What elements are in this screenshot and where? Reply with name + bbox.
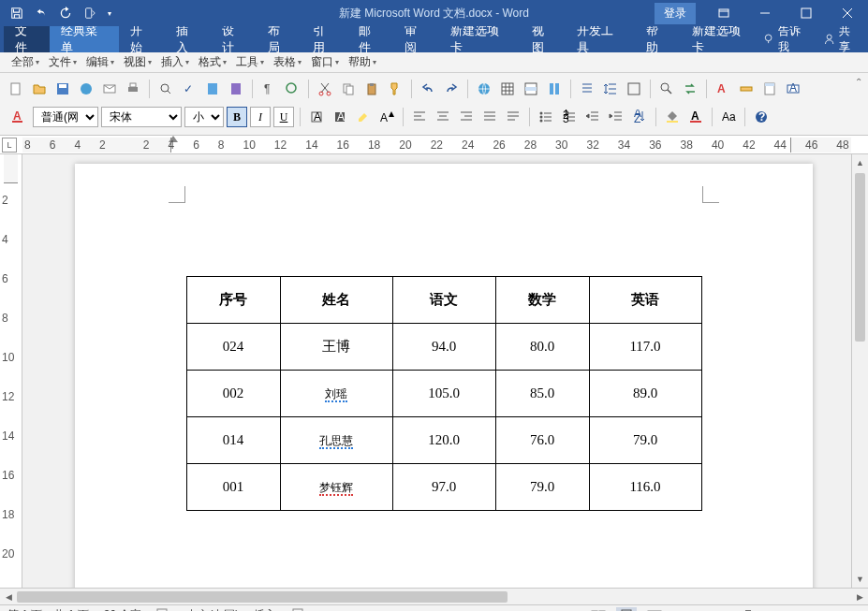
tab-selector[interactable]: L [2, 138, 17, 153]
scroll-thumb[interactable] [855, 173, 865, 342]
page[interactable]: 序号 姓名 语文 数学 英语 024王博94.080.0117.0 002刘瑶1… [75, 164, 813, 588]
underline-button[interactable]: U [273, 107, 294, 127]
numbering-button[interactable]: 123 [559, 107, 580, 127]
word-count[interactable]: 36 个字 [104, 607, 142, 611]
replace-button[interactable] [680, 79, 700, 99]
grow-font-button[interactable]: A▴ [376, 107, 397, 127]
menu-table[interactable]: 表格▾ [270, 54, 305, 70]
align-center-button[interactable] [433, 107, 453, 127]
redo-button[interactable] [54, 2, 77, 24]
tab-view[interactable]: 视图 [521, 26, 566, 52]
tab-file[interactable]: 文件 [4, 26, 50, 52]
menu-view[interactable]: 视图▾ [120, 54, 155, 70]
mail-button[interactable] [99, 79, 120, 99]
font-color-a-button[interactable]: A [6, 107, 30, 127]
share-button[interactable]: 共享 [823, 23, 861, 55]
document-table[interactable]: 序号 姓名 语文 数学 英语 024王博94.080.0117.0 002刘瑶1… [186, 276, 702, 511]
ruler-button[interactable] [736, 79, 757, 99]
save-button[interactable] [6, 2, 28, 24]
char-border-button[interactable]: A [306, 107, 327, 127]
decrease-indent-button[interactable] [582, 107, 603, 127]
undo-button-2[interactable] [418, 79, 438, 99]
outside-border-button[interactable] [624, 79, 644, 99]
save-button-2[interactable] [52, 79, 73, 99]
thesaurus-button[interactable] [226, 79, 246, 99]
touch-mode-button[interactable] [79, 2, 101, 24]
insert-mode[interactable]: 插入 [254, 607, 276, 611]
tab-developer[interactable]: 开发工具 [566, 26, 635, 52]
tab-help[interactable]: 帮助 [635, 26, 681, 52]
font-color-button[interactable]: A [685, 107, 706, 127]
print-layout-button[interactable] [616, 607, 637, 612]
spell-button[interactable]: ✓ [179, 79, 199, 99]
menu-help[interactable]: 帮助▾ [345, 54, 380, 70]
copy-button[interactable] [338, 79, 359, 99]
zoom-button[interactable] [282, 79, 302, 99]
scroll-right-button[interactable]: ▶ [851, 592, 868, 602]
text-box-button[interactable]: A [783, 79, 803, 99]
open-button[interactable] [29, 79, 50, 99]
menu-format[interactable]: 格式▾ [195, 54, 230, 70]
menu-tools[interactable]: 工具▾ [232, 54, 268, 70]
line-spacing-button[interactable] [600, 79, 621, 99]
web-layout-button[interactable] [644, 607, 665, 612]
login-button[interactable]: 登录 [655, 3, 696, 24]
preview-button[interactable] [155, 79, 176, 99]
spell-check-icon[interactable] [156, 607, 171, 611]
show-marks-button[interactable]: ¶ [258, 79, 279, 99]
menu-all[interactable]: 全部▾ [7, 54, 43, 70]
table-button[interactable] [497, 79, 518, 99]
table-header[interactable]: 英语 [589, 277, 701, 324]
shading-button[interactable] [662, 107, 683, 127]
read-mode-button[interactable] [588, 607, 609, 612]
vertical-scrollbar[interactable]: ▲ ▼ [851, 154, 868, 588]
table-header[interactable]: 序号 [186, 277, 280, 324]
header-button[interactable] [759, 79, 780, 99]
scroll-up-button[interactable]: ▲ [852, 154, 868, 171]
font-select[interactable]: 宋体 [101, 107, 182, 127]
minimize-button[interactable] [744, 0, 786, 26]
distribute-button[interactable] [503, 107, 523, 127]
close-button[interactable] [827, 0, 868, 26]
menu-file[interactable]: 文件▾ [45, 54, 81, 70]
align-left-button[interactable] [409, 107, 430, 127]
bullets-button[interactable] [536, 107, 556, 127]
bold-button[interactable]: B [227, 107, 247, 127]
justify-button[interactable] [479, 107, 500, 127]
qat-customize-button[interactable]: ▾ [103, 2, 116, 24]
undo-button[interactable] [30, 2, 52, 24]
tab-mailings[interactable]: 邮件 [347, 26, 393, 52]
scroll-left-button[interactable]: ◀ [0, 592, 17, 602]
insert-rows-button[interactable] [521, 79, 541, 99]
paste-button[interactable] [361, 79, 382, 99]
language-status[interactable]: 中文(中国) [186, 607, 239, 611]
italic-button[interactable]: I [250, 107, 271, 127]
align-right-button[interactable] [456, 107, 477, 127]
tab-references[interactable]: 引用 [302, 26, 347, 52]
highlight-button[interactable] [353, 107, 374, 127]
print-button[interactable] [123, 79, 143, 99]
style-select[interactable]: 普通(网站) [33, 107, 98, 127]
research-button[interactable] [202, 79, 223, 99]
help-button[interactable]: ? [751, 107, 772, 127]
change-case-button[interactable]: Aa [718, 107, 739, 127]
document-area[interactable]: 序号 姓名 语文 数学 英语 024王博94.080.0117.0 002刘瑶1… [22, 154, 851, 588]
tab-custom2[interactable]: 新建选项卡 [681, 26, 761, 52]
table-header[interactable]: 语文 [392, 277, 495, 324]
text-direction-button[interactable] [577, 79, 597, 99]
collapse-ribbon-button[interactable]: ⌃ [855, 77, 862, 87]
hyperlink-button[interactable] [474, 79, 494, 99]
publish-button[interactable] [76, 79, 96, 99]
maximize-button[interactable] [786, 0, 827, 26]
format-painter-button[interactable] [385, 79, 405, 99]
ribbon-display-button[interactable] [703, 0, 744, 26]
tab-home[interactable]: 开始 [119, 26, 165, 52]
zoom-out-button[interactable]: － [672, 607, 684, 611]
new-button[interactable] [6, 79, 26, 99]
tab-layout[interactable]: 布局 [257, 26, 302, 52]
vertical-ruler[interactable]: 2468101214161820 [0, 154, 22, 588]
tab-classic-menu[interactable]: 经典菜单 [50, 26, 119, 52]
tell-me-button[interactable]: 告诉我 [762, 23, 810, 55]
increase-indent-button[interactable] [606, 107, 626, 127]
horizontal-ruler[interactable]: L 86422468101214161820222426283032343638… [0, 136, 868, 154]
